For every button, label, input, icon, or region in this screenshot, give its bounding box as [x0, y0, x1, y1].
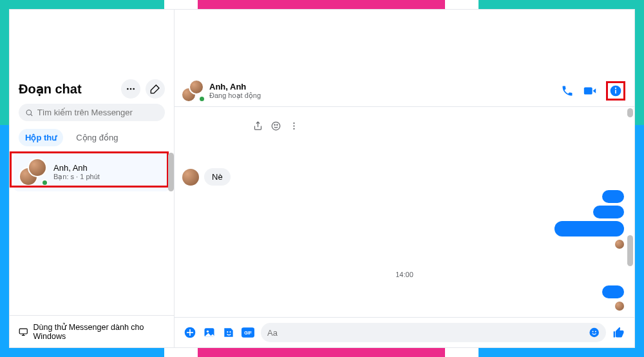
- svg-point-30: [594, 331, 596, 333]
- react-button[interactable]: [270, 120, 281, 131]
- frame-border-right: [635, 0, 644, 357]
- avatar: [182, 169, 199, 186]
- svg-point-17: [293, 125, 294, 126]
- svg-rect-8: [584, 88, 592, 95]
- conversation-title: Anh, Anh: [209, 82, 261, 92]
- frame-border-bottom: [0, 348, 644, 357]
- composer-input[interactable]: [267, 328, 589, 338]
- svg-point-18: [293, 128, 294, 129]
- share-icon: [253, 121, 263, 131]
- svg-point-11: [615, 88, 616, 89]
- plus-icon: [184, 326, 196, 339]
- avatar: [181, 79, 204, 102]
- composer-sticker-button[interactable]: [222, 326, 235, 339]
- outgoing-message-bubble: [602, 285, 624, 298]
- sidebar-header: Đoạn chat: [10, 79, 174, 104]
- search-icon: [25, 108, 33, 117]
- frame-border-left: [0, 0, 9, 357]
- online-dot-icon: [198, 95, 205, 102]
- scrollbar[interactable]: [627, 108, 633, 117]
- composer-plus-button[interactable]: [184, 326, 196, 339]
- composer-input-wrap[interactable]: [261, 323, 606, 342]
- chat-item-preview: Bạn: s · 1 phút: [53, 173, 100, 181]
- more-icon: [126, 84, 136, 94]
- sidebar-title: Đoạn chat: [19, 81, 82, 97]
- gif-icon: GIF: [242, 326, 254, 339]
- outgoing-message-bubble: [602, 190, 624, 203]
- timestamp: 14:00: [175, 271, 634, 278]
- incoming-message-row: Nè: [182, 168, 231, 186]
- message-hover-toolbar: [252, 120, 299, 131]
- image-icon: [203, 326, 216, 339]
- svg-point-13: [272, 122, 280, 130]
- conversation-subtitle: Đang hoạt động: [209, 92, 261, 100]
- seen-indicator: [615, 302, 624, 311]
- outgoing-message-bubble: [554, 221, 624, 236]
- svg-line-4: [31, 114, 32, 115]
- search-input-wrap[interactable]: [19, 104, 165, 121]
- outgoing-message-bubble: [593, 206, 624, 218]
- scrollbar[interactable]: [168, 153, 174, 191]
- svg-point-25: [229, 331, 231, 333]
- svg-point-24: [227, 331, 228, 333]
- svg-point-15: [276, 124, 277, 125]
- sidebar-footer[interactable]: Dùng thử Messenger dành cho Windows: [10, 315, 174, 347]
- svg-point-2: [133, 88, 135, 90]
- sidebar-blank-top: [10, 10, 174, 79]
- frame-border-top: [0, 0, 644, 9]
- videocam-icon[interactable]: [583, 84, 597, 98]
- svg-rect-5: [19, 329, 27, 334]
- svg-point-1: [130, 88, 132, 90]
- scrollbar[interactable]: [627, 235, 633, 266]
- messenger-app: Đoạn chat Hộp thư Cộng đồng: [9, 9, 635, 348]
- sidebar-footer-label: Dùng thử Messenger dành cho Windows: [33, 322, 165, 341]
- svg-point-29: [592, 331, 593, 333]
- menu-dots-icon: [289, 121, 299, 131]
- chat-list: Anh, Anh Bạn: s · 1 phút: [10, 151, 174, 315]
- more-button[interactable]: [121, 79, 140, 99]
- sidebar: Đoạn chat Hộp thư Cộng đồng: [10, 10, 175, 347]
- compose-button[interactable]: [146, 79, 165, 99]
- smile-icon: [271, 121, 281, 131]
- info-icon[interactable]: [609, 84, 622, 97]
- svg-point-0: [127, 88, 129, 90]
- composer-image-button[interactable]: [203, 326, 216, 339]
- svg-point-14: [274, 124, 275, 125]
- svg-rect-21: [187, 332, 193, 333]
- svg-rect-10: [615, 90, 616, 93]
- search-input[interactable]: [37, 108, 158, 117]
- message-more-button[interactable]: [288, 120, 299, 131]
- phone-icon[interactable]: [561, 84, 574, 97]
- conversation-body: Nè 14:00: [175, 107, 634, 317]
- svg-point-16: [293, 122, 294, 124]
- main-blank-top: [175, 10, 634, 79]
- svg-text:GIF: GIF: [244, 331, 252, 335]
- thumbsup-icon: [612, 326, 625, 339]
- tutorial-highlight-info: [606, 81, 625, 101]
- sticker-icon: [222, 326, 235, 339]
- composer-like-button[interactable]: [612, 326, 625, 339]
- seen-indicator: [615, 240, 624, 249]
- composer: GIF: [175, 317, 634, 347]
- share-button[interactable]: [252, 120, 263, 131]
- tab-inbox[interactable]: Hộp thư: [19, 129, 63, 146]
- tab-community[interactable]: Cộng đồng: [70, 129, 124, 146]
- svg-point-23: [207, 331, 209, 333]
- online-dot-icon: [41, 179, 48, 186]
- list-item[interactable]: Anh, Anh Bạn: s · 1 phút: [14, 153, 170, 191]
- desktop-icon: [19, 327, 28, 337]
- compose-icon: [150, 84, 160, 94]
- composer-gif-button[interactable]: GIF: [242, 326, 254, 339]
- conversation-pane: Anh, Anh Đang hoạt động: [175, 10, 634, 347]
- incoming-message-bubble: Nè: [204, 168, 231, 186]
- svg-point-28: [589, 328, 598, 337]
- avatar: [19, 158, 47, 186]
- smile-icon[interactable]: [589, 327, 600, 338]
- svg-point-3: [26, 110, 31, 114]
- chat-item-title: Anh, Anh: [53, 163, 100, 173]
- sidebar-tabs: Hộp thư Cộng đồng: [10, 126, 174, 151]
- conversation-header: Anh, Anh Đang hoạt động: [175, 79, 634, 107]
